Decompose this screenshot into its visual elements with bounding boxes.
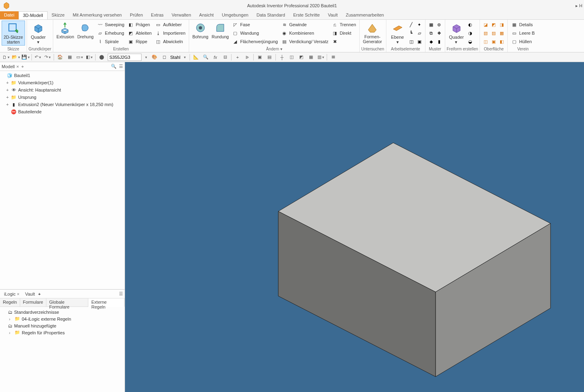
ilogic-panel-menu-icon[interactable]: ☰: [119, 291, 123, 296]
pattern4-icon[interactable]: ▮: [436, 38, 442, 45]
surf9-icon[interactable]: ◧: [498, 38, 505, 45]
qat-fx-icon[interactable]: fx: [212, 54, 219, 61]
subtab-formulare[interactable]: Formulare: [20, 298, 46, 307]
drehung-button[interactable]: Drehung: [76, 21, 95, 40]
tab-file[interactable]: Datei: [0, 11, 19, 19]
qat-win1-icon[interactable]: ▣: [256, 54, 263, 61]
tab-zusammenarbeiten[interactable]: Zusammenarbeiten: [342, 11, 388, 19]
material-name-dropdown[interactable]: ▾: [183, 55, 187, 59]
color-wheel-icon[interactable]: 🎨: [151, 54, 158, 61]
aufkleber-button[interactable]: ▭Aufkleber: [153, 21, 187, 29]
ff2-icon[interactable]: ◑: [467, 30, 473, 36]
sketch-pattern-icon[interactable]: ❖: [436, 30, 442, 36]
ebene-button[interactable]: Ebene▾: [388, 21, 407, 45]
leere-button[interactable]: ▭Leere B: [509, 29, 536, 37]
tab-data-standard[interactable]: Data Standard: [252, 11, 289, 19]
wandung-button[interactable]: ▢Wandung: [230, 29, 279, 37]
qat-ax2-icon[interactable]: ◫: [288, 54, 295, 61]
assembly-button[interactable]: ▦: [66, 54, 73, 61]
subtab-regeln[interactable]: Regeln: [0, 298, 20, 307]
qat-win2-icon[interactable]: ▤: [266, 54, 273, 61]
home-button[interactable]: 🏠: [56, 54, 64, 61]
tab-ansicht[interactable]: Ansicht: [195, 11, 218, 19]
close-model-panel-icon[interactable]: ×: [16, 64, 19, 69]
tab-3d-modell[interactable]: 3D-Modell: [19, 11, 48, 19]
ucs-icon[interactable]: ┗: [408, 30, 415, 36]
ableiten-button[interactable]: ◩Ableiten: [126, 29, 153, 37]
sweeping-button[interactable]: 〰Sweeping: [95, 21, 126, 29]
search-icon[interactable]: 🔍: [111, 64, 117, 69]
tab-extras[interactable]: Extras: [147, 11, 167, 19]
ilogic-row-manuell[interactable]: 🗂Manuell hinzugefügte: [2, 322, 122, 329]
rundung-button[interactable]: Rundung: [210, 21, 231, 40]
surf2-icon[interactable]: ◩: [490, 21, 497, 28]
erhebung-button[interactable]: ▱Erhebung: [95, 29, 126, 37]
tree-volumenkorper[interactable]: +📁 Volumenkörper(1): [0, 79, 125, 86]
group-label-aendern[interactable]: Ändern ▾: [191, 46, 358, 52]
praegen-button[interactable]: ◧Prägen: [126, 21, 153, 29]
misc2-icon[interactable]: ▣: [416, 38, 423, 45]
save-button[interactable]: 💾: [22, 54, 29, 61]
formen-generator-button[interactable]: Formen- Generator: [361, 21, 384, 45]
ilogic-row-standard[interactable]: 🗂Standardverzeichnisse: [2, 309, 122, 315]
freiform-quader-button[interactable]: Quader▾: [447, 21, 466, 45]
misc1-icon[interactable]: ◫: [408, 38, 415, 45]
surf3-icon[interactable]: ◨: [498, 21, 505, 28]
pattern3-icon[interactable]: ◆: [428, 38, 434, 45]
tree-extrusion2[interactable]: +▮ Extrusion2 (Neuer Volumenkörper x 18,…: [0, 101, 125, 108]
circ-pattern-icon[interactable]: ⊚: [436, 21, 442, 28]
tab-umgebungen[interactable]: Umgebungen: [218, 11, 252, 19]
ff1-icon[interactable]: ◐: [467, 21, 473, 28]
tree-root[interactable]: 🧊 Bauteil1: [0, 72, 125, 79]
ilogic-row-regeln-iprop[interactable]: ›📁Regeln für iProperties: [2, 329, 122, 336]
qat-inspect-icon[interactable]: 🔍: [202, 54, 209, 61]
tab-vault[interactable]: Vault: [324, 11, 342, 19]
tree-end-of-part[interactable]: ⛔ Bauteilende: [0, 108, 125, 115]
qat-ax4-icon[interactable]: ▦: [307, 54, 315, 61]
redo-button[interactable]: ↷: [44, 54, 51, 61]
start-2d-sketch-button[interactable]: 2D-Skizze starten: [2, 21, 25, 46]
qat-ax5-icon[interactable]: ▥: [317, 54, 324, 61]
delete-face-button[interactable]: ✖: [330, 38, 358, 46]
add-panel-icon[interactable]: +: [21, 64, 24, 69]
ff3-icon[interactable]: ◒: [467, 38, 473, 45]
flaechenverjuengung-button[interactable]: ◢Flächenverjüngung: [230, 38, 279, 46]
undo-button[interactable]: ↶: [34, 54, 42, 61]
qat-plus-icon[interactable]: +: [234, 54, 241, 61]
material-ball-icon[interactable]: ⬤: [98, 54, 105, 61]
ilogic-tree[interactable]: 🗂Standardverzeichnisse ›📁04-iLogic exter…: [0, 307, 125, 338]
quader-button[interactable]: Quader▾: [29, 21, 48, 45]
abwickeln-button[interactable]: ◫Abwickeln: [153, 38, 187, 46]
tree-ursprung[interactable]: +📁 Ursprung: [0, 94, 125, 101]
tree-ansicht[interactable]: +👁 Ansicht: Hauptansicht: [0, 86, 125, 94]
tab-anmerkung[interactable]: Mit Anmerkung versehen: [69, 11, 126, 19]
tab-verwalten[interactable]: Verwalten: [168, 11, 195, 19]
spirale-button[interactable]: ⌇Spirale: [95, 38, 126, 46]
mirror-icon[interactable]: ⧉: [428, 30, 434, 36]
extrusion-button[interactable]: Extrusion: [55, 21, 76, 40]
kombinieren-button[interactable]: ◉Kombinieren: [279, 29, 330, 37]
add-ilogic-tab-icon[interactable]: +: [38, 292, 40, 296]
surf6-icon[interactable]: ▩: [498, 30, 505, 36]
direkt-button[interactable]: ◨Direkt: [330, 29, 358, 37]
subtab-globale-formulare[interactable]: Globale Formulare: [46, 298, 89, 307]
tab-skizze[interactable]: Skizze: [48, 11, 69, 19]
model-tree[interactable]: 🧊 Bauteil1 +📁 Volumenkörper(1) +👁 Ansich…: [0, 71, 125, 289]
viewport-3d[interactable]: [125, 62, 584, 392]
point-icon[interactable]: ✦: [416, 21, 423, 28]
panel-menu-icon[interactable]: ☰: [119, 64, 123, 69]
new-button[interactable]: 🗋: [2, 54, 10, 61]
tab-erste-schritte[interactable]: Erste Schritte: [289, 11, 324, 19]
tab-ilogic[interactable]: iLogic×: [2, 291, 22, 297]
surf8-icon[interactable]: ▣: [490, 38, 497, 45]
surf5-icon[interactable]: ▨: [490, 30, 497, 36]
qat-overflow-icon[interactable]: 〓: [330, 54, 337, 61]
gewinde-button[interactable]: ≋Gewinde: [279, 21, 330, 29]
qat-measure-icon[interactable]: 📐: [192, 54, 200, 61]
verdickung-button[interactable]: ▤Verdickung/ Versatz: [279, 38, 330, 46]
surf1-icon[interactable]: ◪: [482, 21, 489, 28]
details-button[interactable]: ▦Details: [509, 21, 536, 29]
qat-dim-icon[interactable]: ⊟: [221, 54, 229, 61]
fase-button[interactable]: ◸Fase: [230, 21, 279, 29]
ilogic-row-04[interactable]: ›📁04-iLogic externe Regeln: [2, 315, 122, 322]
